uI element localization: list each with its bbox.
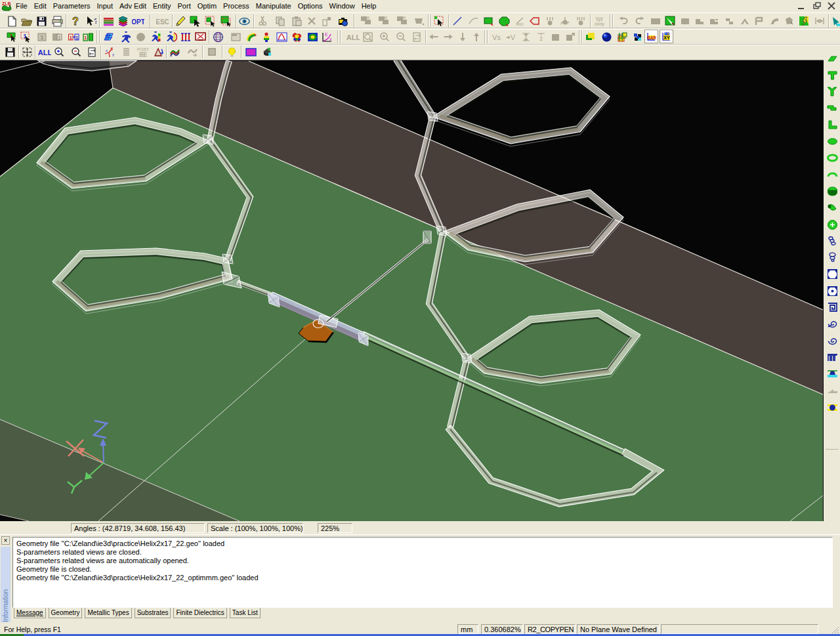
svg-text:?: ?	[72, 16, 79, 27]
svg-text:ESC: ESC	[156, 18, 169, 26]
svg-text:z: z	[111, 47, 113, 50]
svg-text:x: x	[329, 37, 332, 41]
svg-text:ALL: ALL	[346, 33, 360, 41]
svg-text:1: 1	[69, 35, 72, 41]
svg-text:dxdy: dxdy	[595, 22, 604, 27]
svg-text:MID: MID	[516, 22, 524, 26]
svg-text:y: y	[112, 53, 114, 56]
svg-text:OPT: OPT	[132, 18, 144, 26]
svg-text:1: 1	[40, 34, 43, 41]
svg-text:1: 1	[58, 35, 61, 41]
svg-text:?: ?	[94, 17, 96, 25]
svg-text:PORT: PORT	[137, 47, 149, 52]
svg-text:ALL: ALL	[38, 49, 51, 56]
svg-text:E: E	[325, 32, 328, 37]
svg-text:BAR: BAR	[647, 35, 656, 40]
svg-text:1: 1	[84, 35, 87, 41]
svg-text:x: x	[106, 49, 108, 53]
svg-text:XY: XY	[663, 35, 670, 40]
svg-text:1: 1	[75, 35, 79, 41]
svg-text:2: 2	[539, 35, 543, 42]
svg-text:V: V	[511, 33, 516, 41]
svg-text:Vs: Vs	[492, 33, 501, 41]
